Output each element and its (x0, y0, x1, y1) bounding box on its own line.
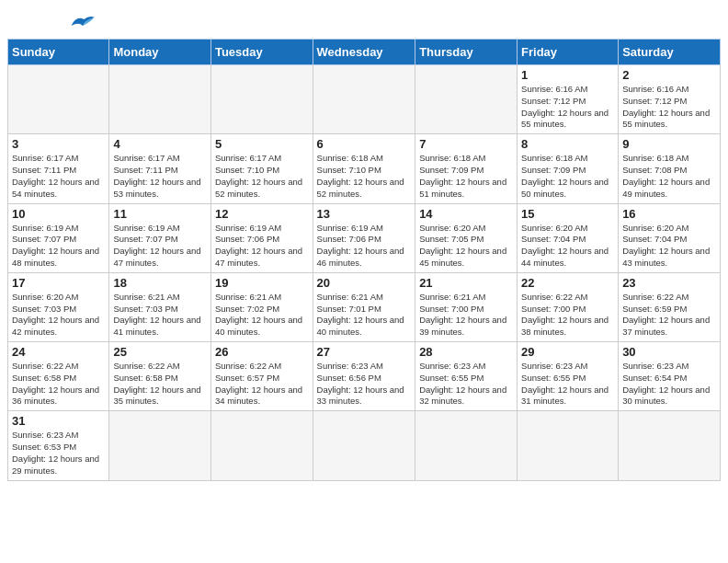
calendar-cell (8, 65, 109, 134)
day-info: Sunrise: 6:23 AM Sunset: 6:53 PM Dayligh… (12, 430, 105, 477)
day-number: 22 (521, 276, 614, 290)
weekday-header-wednesday: Wednesday (313, 40, 415, 65)
calendar-cell: 29Sunrise: 6:23 AM Sunset: 6:55 PM Dayli… (518, 342, 619, 411)
logo (22, 17, 96, 29)
day-info: Sunrise: 6:18 AM Sunset: 7:08 PM Dayligh… (622, 153, 716, 200)
day-info: Sunrise: 6:19 AM Sunset: 7:06 PM Dayligh… (215, 223, 309, 270)
day-number: 13 (317, 207, 412, 221)
calendar-cell: 9Sunrise: 6:18 AM Sunset: 7:08 PM Daylig… (619, 134, 721, 203)
logo-bird-icon (70, 13, 96, 29)
day-number: 28 (419, 345, 513, 359)
calendar-cell: 21Sunrise: 6:21 AM Sunset: 7:00 PM Dayli… (415, 272, 518, 341)
day-info: Sunrise: 6:23 AM Sunset: 6:54 PM Dayligh… (622, 361, 716, 408)
calendar-cell: 6Sunrise: 6:18 AM Sunset: 7:10 PM Daylig… (313, 134, 415, 203)
calendar-cell (109, 65, 211, 134)
calendar-cell: 26Sunrise: 6:22 AM Sunset: 6:57 PM Dayli… (210, 342, 313, 411)
calendar-cell: 20Sunrise: 6:21 AM Sunset: 7:01 PM Dayli… (313, 272, 415, 341)
day-number: 11 (113, 207, 207, 221)
calendar-cell: 16Sunrise: 6:20 AM Sunset: 7:04 PM Dayli… (619, 203, 721, 272)
day-number: 26 (215, 345, 309, 359)
day-number: 3 (12, 137, 105, 151)
calendar-cell: 1Sunrise: 6:16 AM Sunset: 7:12 PM Daylig… (518, 65, 619, 134)
day-info: Sunrise: 6:18 AM Sunset: 7:10 PM Dayligh… (317, 153, 412, 200)
calendar-cell: 14Sunrise: 6:20 AM Sunset: 7:05 PM Dayli… (415, 203, 518, 272)
calendar-cell: 8Sunrise: 6:18 AM Sunset: 7:09 PM Daylig… (518, 134, 619, 203)
calendar-cell: 25Sunrise: 6:22 AM Sunset: 6:58 PM Dayli… (109, 342, 211, 411)
calendar-cell (415, 411, 518, 480)
calendar-cell: 24Sunrise: 6:22 AM Sunset: 6:58 PM Dayli… (8, 342, 109, 411)
day-number: 20 (317, 276, 412, 290)
day-number: 27 (317, 345, 412, 359)
day-number: 8 (521, 137, 614, 151)
day-info: Sunrise: 6:22 AM Sunset: 6:57 PM Dayligh… (215, 361, 309, 408)
day-info: Sunrise: 6:23 AM Sunset: 6:56 PM Dayligh… (317, 361, 412, 408)
calendar-cell (518, 411, 619, 480)
calendar-cell: 23Sunrise: 6:22 AM Sunset: 6:59 PM Dayli… (619, 272, 721, 341)
day-number: 15 (521, 207, 614, 221)
calendar-cell: 13Sunrise: 6:19 AM Sunset: 7:06 PM Dayli… (313, 203, 415, 272)
calendar-week-row: 17Sunrise: 6:20 AM Sunset: 7:03 PM Dayli… (8, 272, 721, 341)
day-info: Sunrise: 6:19 AM Sunset: 7:07 PM Dayligh… (113, 223, 207, 270)
day-info: Sunrise: 6:23 AM Sunset: 6:55 PM Dayligh… (521, 361, 614, 408)
day-number: 31 (12, 414, 105, 428)
day-info: Sunrise: 6:20 AM Sunset: 7:05 PM Dayligh… (419, 223, 513, 270)
day-number: 19 (215, 276, 309, 290)
calendar-cell: 18Sunrise: 6:21 AM Sunset: 7:03 PM Dayli… (109, 272, 211, 341)
day-number: 30 (622, 345, 716, 359)
day-number: 6 (317, 137, 412, 151)
calendar-cell: 22Sunrise: 6:22 AM Sunset: 7:00 PM Dayli… (518, 272, 619, 341)
day-info: Sunrise: 6:22 AM Sunset: 6:58 PM Dayligh… (12, 361, 105, 408)
day-number: 2 (622, 68, 716, 82)
calendar-cell: 17Sunrise: 6:20 AM Sunset: 7:03 PM Dayli… (8, 272, 109, 341)
calendar-cell (109, 411, 211, 480)
weekday-header-tuesday: Tuesday (210, 40, 313, 65)
day-number: 12 (215, 207, 309, 221)
day-info: Sunrise: 6:20 AM Sunset: 7:03 PM Dayligh… (12, 292, 105, 339)
day-number: 21 (419, 276, 513, 290)
calendar-cell: 12Sunrise: 6:19 AM Sunset: 7:06 PM Dayli… (210, 203, 313, 272)
day-info: Sunrise: 6:17 AM Sunset: 7:10 PM Dayligh… (215, 153, 309, 200)
calendar-cell (313, 65, 415, 134)
calendar-cell: 10Sunrise: 6:19 AM Sunset: 7:07 PM Dayli… (8, 203, 109, 272)
weekday-header-friday: Friday (518, 40, 619, 65)
day-number: 14 (419, 207, 513, 221)
page-header (0, 0, 728, 39)
day-number: 9 (622, 137, 716, 151)
weekday-header-thursday: Thursday (415, 40, 518, 65)
weekday-header-saturday: Saturday (619, 40, 721, 65)
day-info: Sunrise: 6:17 AM Sunset: 7:11 PM Dayligh… (113, 153, 207, 200)
day-number: 25 (113, 345, 207, 359)
day-info: Sunrise: 6:18 AM Sunset: 7:09 PM Dayligh… (419, 153, 513, 200)
day-number: 1 (521, 68, 614, 82)
calendar-cell (210, 65, 313, 134)
calendar-cell: 31Sunrise: 6:23 AM Sunset: 6:53 PM Dayli… (8, 411, 109, 480)
day-info: Sunrise: 6:17 AM Sunset: 7:11 PM Dayligh… (12, 153, 105, 200)
calendar-cell: 11Sunrise: 6:19 AM Sunset: 7:07 PM Dayli… (109, 203, 211, 272)
calendar-cell (415, 65, 518, 134)
calendar-cell: 19Sunrise: 6:21 AM Sunset: 7:02 PM Dayli… (210, 272, 313, 341)
calendar-cell: 28Sunrise: 6:23 AM Sunset: 6:55 PM Dayli… (415, 342, 518, 411)
day-number: 16 (622, 207, 716, 221)
day-info: Sunrise: 6:21 AM Sunset: 7:03 PM Dayligh… (113, 292, 207, 339)
calendar-cell: 5Sunrise: 6:17 AM Sunset: 7:10 PM Daylig… (210, 134, 313, 203)
calendar-container: SundayMondayTuesdayWednesdayThursdayFrid… (0, 39, 728, 488)
calendar-cell: 30Sunrise: 6:23 AM Sunset: 6:54 PM Dayli… (619, 342, 721, 411)
calendar-week-row: 3Sunrise: 6:17 AM Sunset: 7:11 PM Daylig… (8, 134, 721, 203)
calendar-cell: 7Sunrise: 6:18 AM Sunset: 7:09 PM Daylig… (415, 134, 518, 203)
calendar-week-row: 31Sunrise: 6:23 AM Sunset: 6:53 PM Dayli… (8, 411, 721, 480)
day-number: 18 (113, 276, 207, 290)
day-info: Sunrise: 6:22 AM Sunset: 6:59 PM Dayligh… (622, 292, 716, 339)
day-info: Sunrise: 6:18 AM Sunset: 7:09 PM Dayligh… (521, 153, 614, 200)
day-number: 24 (12, 345, 105, 359)
weekday-header-monday: Monday (109, 40, 211, 65)
day-info: Sunrise: 6:20 AM Sunset: 7:04 PM Dayligh… (521, 223, 614, 270)
day-info: Sunrise: 6:21 AM Sunset: 7:02 PM Dayligh… (215, 292, 309, 339)
day-info: Sunrise: 6:16 AM Sunset: 7:12 PM Dayligh… (521, 84, 614, 131)
calendar-cell (619, 411, 721, 480)
weekday-header-sunday: Sunday (8, 40, 109, 65)
calendar-week-row: 1Sunrise: 6:16 AM Sunset: 7:12 PM Daylig… (8, 65, 721, 134)
day-info: Sunrise: 6:20 AM Sunset: 7:04 PM Dayligh… (622, 223, 716, 270)
day-info: Sunrise: 6:21 AM Sunset: 7:01 PM Dayligh… (317, 292, 412, 339)
day-number: 5 (215, 137, 309, 151)
calendar-cell: 4Sunrise: 6:17 AM Sunset: 7:11 PM Daylig… (109, 134, 211, 203)
